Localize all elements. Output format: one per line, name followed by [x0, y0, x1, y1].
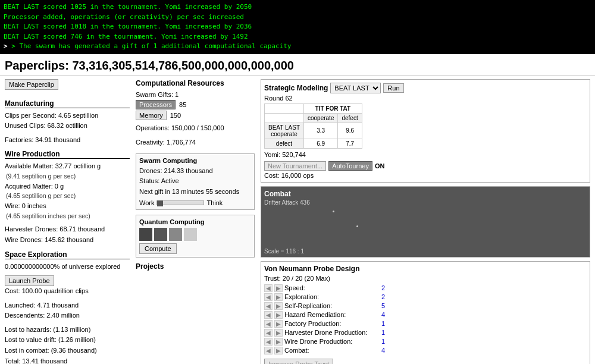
- processors-button[interactable]: Processors: [136, 100, 176, 109]
- swarm-computing-box: Swarm Computing Drones: 214.33 thousand …: [136, 153, 255, 211]
- probe-decrease-button[interactable]: ◀: [264, 311, 273, 319]
- probe-stat-val: 2: [381, 293, 385, 300]
- swarm-computing-title: Swarm Computing: [139, 157, 251, 164]
- probe-stat-row: ◀ ▶ Self-Replication: 5: [264, 302, 587, 310]
- probe-decrease-button[interactable]: ◀: [264, 338, 273, 346]
- swarm-drones: Drones: 214.33 thousand: [139, 166, 251, 177]
- wire-drones: Wire Drones: 145.62 thousand: [5, 235, 130, 246]
- total: Total: 13.41 thousand: [5, 356, 130, 364]
- tit-for-tat-label: TIT FOR TAT: [303, 103, 362, 113]
- beat-last-row-defect: defect: [265, 139, 304, 148]
- launch-probe-cost: Cost: 100.00 quadrillion clips: [5, 286, 130, 297]
- terminal-line-1: BEAT LAST scored 1025 in the tournament.…: [4, 2, 591, 12]
- processors-row: Processors 85: [136, 100, 255, 109]
- probe-design-box: Von Neumann Probe Design Trust: 20 / 20 …: [261, 261, 590, 365]
- launched: Launched: 4.71 thousand: [5, 300, 130, 311]
- lost-combat: Lost in combat: (9.36 thousand): [5, 346, 130, 356]
- probe-decrease-button[interactable]: ◀: [264, 284, 273, 292]
- probe-stat-label: Exploration:: [284, 293, 380, 300]
- q-block-4: [184, 228, 197, 241]
- probe-increase-button[interactable]: ▶: [274, 293, 283, 301]
- launch-probe-button[interactable]: Launch Probe: [5, 275, 54, 286]
- beat-last-row-cooperate: BEAT LAST cooperate: [265, 123, 304, 139]
- lost-value: Lost to value drift: (1.26 million): [5, 335, 130, 346]
- probe-stat-val: 2: [381, 284, 385, 291]
- terminal-line-2: Processor added, operations (or creativi…: [4, 12, 591, 23]
- probe-stat-row: ◀ ▶ Combat: 4: [264, 347, 587, 354]
- cell-cc: 3.3: [303, 123, 337, 139]
- probe-stat-label: Combat:: [284, 347, 380, 354]
- wire: Wire: 0 inches: [5, 201, 130, 212]
- cell-dd: 7.7: [338, 139, 362, 148]
- increase-probe-trust-button[interactable]: Increase Probe Trust: [264, 359, 333, 365]
- swarm-gifts: Swarm Gifts: 1: [136, 90, 255, 101]
- wire-production-title: Wire Production: [5, 150, 130, 159]
- probe-increase-button[interactable]: ▶: [274, 284, 283, 292]
- probe-stat-label: Speed:: [284, 284, 380, 291]
- probe-stat-label: Factory Production:: [284, 320, 380, 327]
- terminal: BEAT LAST scored 1025 in the tournament.…: [0, 0, 595, 54]
- strategic-modeling-header: Strategic Modeling BEAT LAST Run: [264, 83, 587, 93]
- trust-line: Trust: 20 / 20 (20 Max): [264, 275, 587, 282]
- strategic-modeling-label: Strategic Modeling: [264, 84, 328, 92]
- q-block-1: [139, 228, 152, 241]
- projects-title: Projects: [136, 262, 255, 271]
- memory-row: Memory 150: [136, 111, 255, 120]
- universe-pct: 0.000000000000% of universe explored: [5, 262, 130, 272]
- strategy-select[interactable]: BEAT LAST: [330, 83, 381, 93]
- round-line: Round 62: [264, 95, 587, 102]
- new-tournament-button[interactable]: New Tournament...: [264, 161, 326, 171]
- yomi-line: Yomi: 520,744: [264, 151, 587, 158]
- probe-stat-row: ◀ ▶ Wire Drone Production: 1: [264, 338, 587, 346]
- available-matter-rate: (9.41 septillion g per sec): [5, 172, 130, 181]
- swarm-next-gift: Next gift in 13 minutes 55 seconds: [139, 187, 251, 197]
- unused-clips: Unused Clips: 68.32 octillion: [5, 121, 130, 131]
- cell-dc: 6.9: [303, 139, 337, 148]
- terminal-line-5: > > The swarm has generated a gift of 1 …: [4, 42, 591, 52]
- memory-button[interactable]: Memory: [136, 111, 167, 120]
- q-block-3: [169, 228, 182, 241]
- probe-decrease-button[interactable]: ◀: [264, 347, 273, 354]
- combat-box: Combat Drifter Attack 436 Scale = 116 : …: [261, 186, 590, 258]
- descendents: Descendents: 2.40 million: [5, 310, 130, 321]
- probe-decrease-button[interactable]: ◀: [264, 302, 273, 310]
- combat-dot-1: [333, 211, 334, 212]
- probe-decrease-button[interactable]: ◀: [264, 320, 273, 328]
- probe-increase-button[interactable]: ▶: [274, 311, 283, 319]
- probe-stat-row: ◀ ▶ Harvester Drone Production: 1: [264, 329, 587, 337]
- drifter-attack-label: Drifter Attack 436: [264, 199, 587, 206]
- probe-decrease-button[interactable]: ◀: [264, 329, 273, 337]
- probe-stat-label: Harvester Drone Production:: [284, 329, 380, 336]
- probe-increase-button[interactable]: ▶: [274, 329, 283, 337]
- autotourn-button[interactable]: AutoTourney: [328, 161, 372, 171]
- combat-scale: Scale = 116 : 1: [264, 248, 304, 255]
- available-matter: Available Matter: 32.77 octillion g: [5, 161, 130, 172]
- probe-increase-button[interactable]: ▶: [274, 347, 283, 354]
- page-title: Paperclips: 73,316,305,514,786,500,000,0…: [0, 54, 595, 76]
- run-button[interactable]: Run: [383, 83, 403, 93]
- probe-stat-label: Wire Drone Production:: [284, 338, 380, 345]
- comp-resources-title: Computational Resources: [136, 79, 255, 87]
- probe-stat-row: ◀ ▶ Speed: 2: [264, 284, 587, 292]
- probe-stat-row: ◀ ▶ Factory Production: 1: [264, 320, 587, 328]
- cooperate-col-header: cooperate: [303, 113, 337, 123]
- make-paperclip-button[interactable]: Make Paperclip: [5, 79, 58, 90]
- probe-decrease-button[interactable]: ◀: [264, 293, 273, 301]
- work-think-slider[interactable]: [156, 200, 204, 205]
- terminal-line-4: BEAT LAST scored 746 in the tournament. …: [4, 32, 591, 42]
- acquired-matter-rate: (4.65 septillion g per sec): [5, 192, 130, 201]
- compute-button[interactable]: Compute: [139, 243, 177, 254]
- combat-title: Combat: [264, 190, 587, 198]
- combat-dot-2: [356, 225, 358, 227]
- probe-stat-label: Hazard Remediation:: [284, 311, 380, 318]
- probe-increase-button[interactable]: ▶: [274, 338, 283, 346]
- strategic-modeling-box: Strategic Modeling BEAT LAST Run Round 6…: [261, 79, 590, 183]
- strategic-cost-line: Cost: 16,000 ops: [264, 172, 587, 179]
- creativity-line: Creativity: 1,706,774: [136, 137, 255, 149]
- work-think-row: Work Think: [139, 199, 251, 206]
- probe-stats-list: ◀ ▶ Speed: 2 ◀ ▶ Exploration: 2 ◀ ▶ Self…: [264, 284, 587, 354]
- memory-val: 150: [170, 112, 181, 119]
- payoff-table: TIT FOR TAT cooperate defect BEAT LAST c…: [264, 103, 362, 149]
- probe-increase-button[interactable]: ▶: [274, 302, 283, 310]
- probe-increase-button[interactable]: ▶: [274, 320, 283, 328]
